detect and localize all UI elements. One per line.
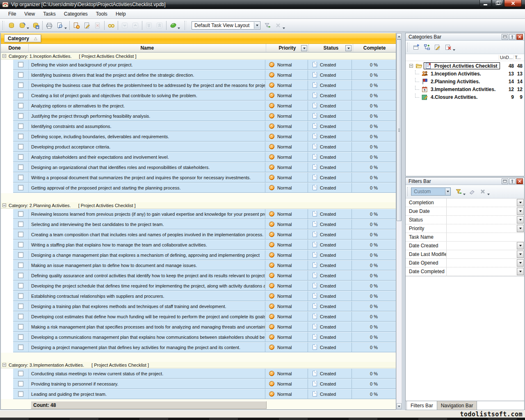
task-done-checkbox[interactable] [18, 252, 23, 258]
category-group-row[interactable]: Category: 1.Inception Activities.[ Proje… [1, 52, 396, 59]
task-row[interactable]: Defining scope, including boundaries, de… [1, 131, 396, 142]
task-done-checkbox[interactable] [18, 345, 23, 350]
edit-category-button[interactable] [432, 42, 443, 52]
task-done-checkbox[interactable] [18, 262, 23, 268]
task-done-checkbox[interactable] [18, 304, 23, 309]
task-row[interactable]: Justifying the project through performin… [1, 111, 396, 121]
tree-item-4-closure-activities[interactable]: 4.Closure Activities.99 [406, 93, 524, 101]
task-done-checkbox[interactable] [18, 314, 23, 319]
task-row[interactable]: Making an issue management plan to defin… [1, 260, 396, 270]
apply-filter-button[interactable] [453, 187, 464, 196]
task-done-checkbox[interactable] [18, 293, 23, 299]
collapse-expander-icon[interactable] [409, 64, 413, 68]
tab-navigation-bar[interactable]: Navigation Bar [437, 401, 477, 410]
task-row[interactable]: Analyzing options or alternatives to the… [1, 100, 396, 111]
chevron-down-icon[interactable] [254, 22, 260, 29]
menu-item-tools[interactable]: Tools [92, 9, 112, 18]
task-done-checkbox[interactable] [18, 93, 23, 98]
tab-filters-bar[interactable]: Filters Bar [406, 401, 437, 410]
scroll-down-button[interactable] [397, 403, 402, 409]
panel-close-button[interactable] [516, 178, 523, 184]
task-done-checkbox[interactable] [18, 391, 23, 397]
restore-button[interactable] [492, 0, 504, 7]
apply-layout-button[interactable] [262, 21, 273, 30]
task-done-checkbox[interactable] [18, 62, 23, 67]
task-done-checkbox[interactable] [18, 82, 23, 88]
task-row[interactable]: Designing a change management plan that … [1, 250, 396, 260]
task-done-checkbox[interactable] [18, 123, 23, 129]
task-done-checkbox[interactable] [18, 211, 23, 217]
filter-value-input[interactable] [447, 224, 517, 233]
new-task-button[interactable] [71, 21, 82, 30]
add-subcategory-button[interactable] [422, 42, 432, 52]
task-done-checkbox[interactable] [18, 273, 23, 278]
task-row[interactable]: Leading and guiding the project team.Nor… [1, 389, 396, 399]
website-link[interactable]: todolistsoft.com [460, 411, 523, 418]
filter-dropdown-button[interactable] [517, 199, 524, 206]
chevron-down-icon[interactable] [445, 188, 450, 195]
task-done-checkbox[interactable] [18, 154, 23, 160]
task-row[interactable]: Developing cost estimates that define ho… [1, 311, 396, 322]
task-done-checkbox[interactable] [18, 185, 23, 190]
task-done-checkbox[interactable] [18, 324, 23, 329]
priority-filter-button[interactable] [301, 45, 307, 51]
filter-value-input[interactable] [447, 259, 517, 267]
tree-item-project-activities-checklist[interactable]: Project Activities Checklist4848 [406, 62, 524, 70]
task-done-checkbox[interactable] [18, 242, 23, 247]
save-database-button[interactable] [30, 21, 41, 30]
filter-value-input[interactable] [447, 216, 517, 224]
task-row[interactable]: Conducting status meetings to review cur… [1, 368, 396, 379]
task-row[interactable]: Creating a team composition chart that i… [1, 229, 396, 240]
task-done-checkbox[interactable] [18, 72, 23, 78]
task-row[interactable]: Designing a training plan that explores … [1, 301, 396, 311]
scroll-up-button[interactable] [397, 33, 402, 39]
collapse-expander-icon[interactable] [2, 363, 6, 367]
menu-item-tasks[interactable]: Tasks [39, 9, 60, 18]
edit-task-button[interactable] [82, 21, 92, 30]
toolbar-grip[interactable] [407, 43, 409, 52]
open-database-button[interactable] [17, 21, 27, 30]
menu-item-categories[interactable]: Categories [60, 9, 92, 18]
task-row[interactable]: Designing a project management plan that… [1, 342, 396, 352]
panel-restore-button[interactable] [502, 34, 508, 40]
panel-pin-button[interactable] [509, 178, 516, 184]
vertical-scrollbar[interactable] [396, 33, 402, 410]
task-row[interactable]: Getting approval of the proposed project… [1, 183, 396, 193]
layout-combo[interactable]: Default Task View Layout [192, 21, 260, 30]
task-done-checkbox[interactable] [18, 371, 23, 376]
filter-dropdown-button[interactable] [517, 242, 524, 249]
task-done-checkbox[interactable] [18, 381, 23, 386]
task-row[interactable]: Providing training to personnel if neces… [1, 379, 396, 389]
task-done-checkbox[interactable] [18, 175, 23, 180]
task-row[interactable]: Developing a communications management p… [1, 332, 396, 342]
tree-item-1-inception-activities[interactable]: 1.Inception Activities.1313 [406, 70, 524, 78]
task-row[interactable]: Developing the project schedule that def… [1, 281, 396, 291]
column-header-done[interactable]: Done [1, 44, 29, 52]
task-row[interactable]: Reviewing lessons learned from previous … [1, 209, 396, 219]
scrollbar-thumb[interactable] [397, 39, 402, 221]
glasses-button[interactable] [106, 21, 116, 30]
task-row[interactable]: Developing the business case that define… [1, 80, 396, 90]
filter-value-input[interactable] [447, 199, 517, 207]
column-header-undone[interactable]: UnD... [499, 55, 514, 60]
task-row[interactable]: Developing product acceptance criteria.N… [1, 142, 396, 152]
task-row[interactable]: Defining the vision and background of yo… [1, 59, 396, 70]
menu-item-file[interactable]: File [4, 9, 20, 18]
task-done-checkbox[interactable] [18, 232, 23, 237]
menu-item-view[interactable]: View [20, 9, 39, 18]
filter-dropdown-button[interactable] [517, 268, 524, 275]
group-by-category-chip[interactable]: Category △ [4, 34, 41, 42]
filter-value-input[interactable] [447, 233, 524, 241]
column-header-name[interactable]: Name [29, 44, 266, 52]
toolbar-grip[interactable] [2, 21, 5, 30]
task-row[interactable]: Writing a staffing plan that explains ho… [1, 240, 396, 250]
column-header-status[interactable]: Status [309, 44, 353, 52]
collapse-expander-icon[interactable] [2, 54, 6, 58]
filter-dropdown-button[interactable] [517, 251, 524, 258]
task-row[interactable]: Analyzing stakeholders and their expecta… [1, 152, 396, 162]
filter-dropdown-button[interactable] [517, 216, 524, 224]
task-done-checkbox[interactable] [18, 334, 23, 340]
collapse-expander-icon[interactable] [2, 203, 6, 207]
task-row[interactable]: Creating a list of project goals and obj… [1, 90, 396, 100]
task-row[interactable]: Selecting and interviewing the best cand… [1, 219, 396, 229]
